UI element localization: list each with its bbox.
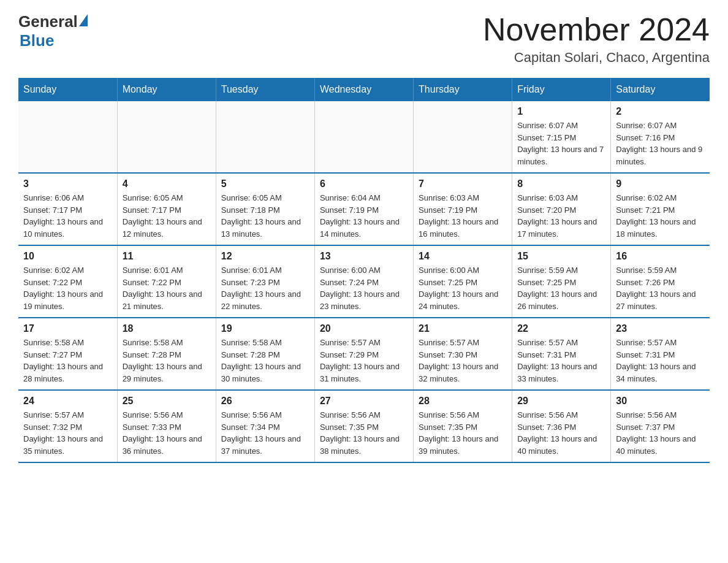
day-number: 13 [320, 251, 408, 262]
day-number: 28 [419, 396, 507, 407]
logo: General Blue [18, 12, 88, 50]
day-info: Sunrise: 6:01 AM Sunset: 7:22 PM Dayligh… [123, 264, 211, 312]
calendar-cell [216, 101, 314, 173]
calendar-cell [414, 101, 512, 173]
day-info: Sunrise: 5:57 AM Sunset: 7:29 PM Dayligh… [320, 337, 408, 385]
day-number: 4 [123, 178, 211, 190]
day-info: Sunrise: 6:02 AM Sunset: 7:22 PM Dayligh… [23, 264, 112, 312]
calendar-cell: 11Sunrise: 6:01 AM Sunset: 7:22 PM Dayli… [117, 245, 216, 318]
day-info: Sunrise: 5:58 AM Sunset: 7:28 PM Dayligh… [123, 337, 211, 385]
day-number: 26 [221, 396, 309, 407]
day-number: 2 [616, 106, 705, 117]
day-number: 25 [123, 396, 211, 407]
day-number: 22 [517, 323, 605, 334]
calendar-cell: 12Sunrise: 6:01 AM Sunset: 7:23 PM Dayli… [216, 245, 314, 318]
day-info: Sunrise: 6:05 AM Sunset: 7:17 PM Dayligh… [123, 192, 211, 240]
day-info: Sunrise: 5:56 AM Sunset: 7:33 PM Dayligh… [123, 409, 211, 457]
header-wednesday: Wednesday [314, 78, 413, 101]
header-saturday: Saturday [611, 78, 710, 101]
header-thursday: Thursday [414, 78, 512, 101]
day-number: 3 [23, 178, 112, 190]
day-number: 10 [23, 251, 112, 262]
day-number: 30 [616, 396, 705, 407]
day-number: 12 [221, 251, 309, 262]
day-number: 7 [419, 178, 507, 190]
calendar-cell: 1Sunrise: 6:07 AM Sunset: 7:15 PM Daylig… [512, 101, 611, 173]
day-info: Sunrise: 6:07 AM Sunset: 7:16 PM Dayligh… [616, 120, 705, 167]
day-info: Sunrise: 5:57 AM Sunset: 7:31 PM Dayligh… [616, 337, 705, 385]
page-header: General Blue November 2024 Capitan Solar… [18, 12, 710, 66]
calendar-cell: 15Sunrise: 5:59 AM Sunset: 7:25 PM Dayli… [512, 245, 611, 318]
calendar-cell [117, 101, 216, 173]
calendar-cell: 26Sunrise: 5:56 AM Sunset: 7:34 PM Dayli… [216, 390, 314, 462]
calendar-cell: 16Sunrise: 5:59 AM Sunset: 7:26 PM Dayli… [611, 245, 710, 318]
day-number: 5 [221, 178, 309, 190]
calendar-cell: 9Sunrise: 6:02 AM Sunset: 7:21 PM Daylig… [611, 173, 710, 245]
location: Capitan Solari, Chaco, Argentina [483, 50, 710, 66]
day-number: 23 [616, 323, 705, 334]
day-number: 24 [23, 396, 112, 407]
calendar-cell: 19Sunrise: 5:58 AM Sunset: 7:28 PM Dayli… [216, 318, 314, 390]
calendar-table: SundayMondayTuesdayWednesdayThursdayFrid… [18, 78, 710, 463]
logo-general: General [18, 12, 78, 31]
title-block: November 2024 Capitan Solari, Chaco, Arg… [483, 12, 710, 66]
day-info: Sunrise: 5:56 AM Sunset: 7:37 PM Dayligh… [616, 409, 705, 457]
calendar-cell: 5Sunrise: 6:05 AM Sunset: 7:18 PM Daylig… [216, 173, 314, 245]
day-info: Sunrise: 5:58 AM Sunset: 7:27 PM Dayligh… [23, 337, 112, 385]
header-tuesday: Tuesday [216, 78, 314, 101]
day-number: 18 [123, 323, 211, 334]
day-info: Sunrise: 6:00 AM Sunset: 7:25 PM Dayligh… [419, 264, 507, 312]
calendar-cell [314, 101, 413, 173]
day-number: 27 [320, 396, 408, 407]
calendar-cell: 20Sunrise: 5:57 AM Sunset: 7:29 PM Dayli… [314, 318, 413, 390]
day-info: Sunrise: 6:02 AM Sunset: 7:21 PM Dayligh… [616, 192, 705, 240]
day-info: Sunrise: 5:57 AM Sunset: 7:32 PM Dayligh… [23, 409, 112, 457]
day-info: Sunrise: 6:00 AM Sunset: 7:24 PM Dayligh… [320, 264, 408, 312]
day-number: 29 [517, 396, 605, 407]
header-friday: Friday [512, 78, 611, 101]
week-row-5: 24Sunrise: 5:57 AM Sunset: 7:32 PM Dayli… [18, 390, 710, 462]
day-number: 16 [616, 251, 705, 262]
day-info: Sunrise: 5:59 AM Sunset: 7:26 PM Dayligh… [616, 264, 705, 312]
week-row-2: 3Sunrise: 6:06 AM Sunset: 7:17 PM Daylig… [18, 173, 710, 245]
day-number: 17 [23, 323, 112, 334]
calendar-cell: 13Sunrise: 6:00 AM Sunset: 7:24 PM Dayli… [314, 245, 413, 318]
day-info: Sunrise: 5:58 AM Sunset: 7:28 PM Dayligh… [221, 337, 309, 385]
day-info: Sunrise: 5:59 AM Sunset: 7:25 PM Dayligh… [517, 264, 605, 312]
calendar-cell: 27Sunrise: 5:56 AM Sunset: 7:35 PM Dayli… [314, 390, 413, 462]
week-row-3: 10Sunrise: 6:02 AM Sunset: 7:22 PM Dayli… [18, 245, 710, 318]
header-sunday: Sunday [18, 78, 117, 101]
month-title: November 2024 [483, 12, 710, 47]
calendar-cell: 22Sunrise: 5:57 AM Sunset: 7:31 PM Dayli… [512, 318, 611, 390]
logo-blue: Blue [20, 31, 88, 50]
calendar-cell: 14Sunrise: 6:00 AM Sunset: 7:25 PM Dayli… [414, 245, 512, 318]
logo-triangle-icon [79, 14, 88, 26]
day-info: Sunrise: 5:56 AM Sunset: 7:34 PM Dayligh… [221, 409, 309, 457]
calendar-cell: 17Sunrise: 5:58 AM Sunset: 7:27 PM Dayli… [18, 318, 117, 390]
day-info: Sunrise: 5:56 AM Sunset: 7:36 PM Dayligh… [517, 409, 605, 457]
day-number: 20 [320, 323, 408, 334]
calendar-cell: 21Sunrise: 5:57 AM Sunset: 7:30 PM Dayli… [414, 318, 512, 390]
day-info: Sunrise: 6:06 AM Sunset: 7:17 PM Dayligh… [23, 192, 112, 240]
day-number: 9 [616, 178, 705, 190]
calendar-cell: 6Sunrise: 6:04 AM Sunset: 7:19 PM Daylig… [314, 173, 413, 245]
header-monday: Monday [117, 78, 216, 101]
calendar-cell: 30Sunrise: 5:56 AM Sunset: 7:37 PM Dayli… [611, 390, 710, 462]
calendar-cell: 18Sunrise: 5:58 AM Sunset: 7:28 PM Dayli… [117, 318, 216, 390]
calendar-cell: 4Sunrise: 6:05 AM Sunset: 7:17 PM Daylig… [117, 173, 216, 245]
calendar-cell: 25Sunrise: 5:56 AM Sunset: 7:33 PM Dayli… [117, 390, 216, 462]
day-number: 1 [517, 106, 605, 117]
day-info: Sunrise: 6:03 AM Sunset: 7:20 PM Dayligh… [517, 192, 605, 240]
day-number: 15 [517, 251, 605, 262]
calendar-header: SundayMondayTuesdayWednesdayThursdayFrid… [18, 78, 710, 101]
week-row-1: 1Sunrise: 6:07 AM Sunset: 7:15 PM Daylig… [18, 101, 710, 173]
day-info: Sunrise: 5:56 AM Sunset: 7:35 PM Dayligh… [320, 409, 408, 457]
day-info: Sunrise: 6:07 AM Sunset: 7:15 PM Dayligh… [517, 120, 605, 167]
calendar-cell: 28Sunrise: 5:56 AM Sunset: 7:35 PM Dayli… [414, 390, 512, 462]
calendar-cell: 3Sunrise: 6:06 AM Sunset: 7:17 PM Daylig… [18, 173, 117, 245]
day-number: 6 [320, 178, 408, 190]
calendar-cell [18, 101, 117, 173]
calendar-body: 1Sunrise: 6:07 AM Sunset: 7:15 PM Daylig… [18, 101, 710, 462]
calendar-cell: 2Sunrise: 6:07 AM Sunset: 7:16 PM Daylig… [611, 101, 710, 173]
calendar-cell: 7Sunrise: 6:03 AM Sunset: 7:19 PM Daylig… [414, 173, 512, 245]
